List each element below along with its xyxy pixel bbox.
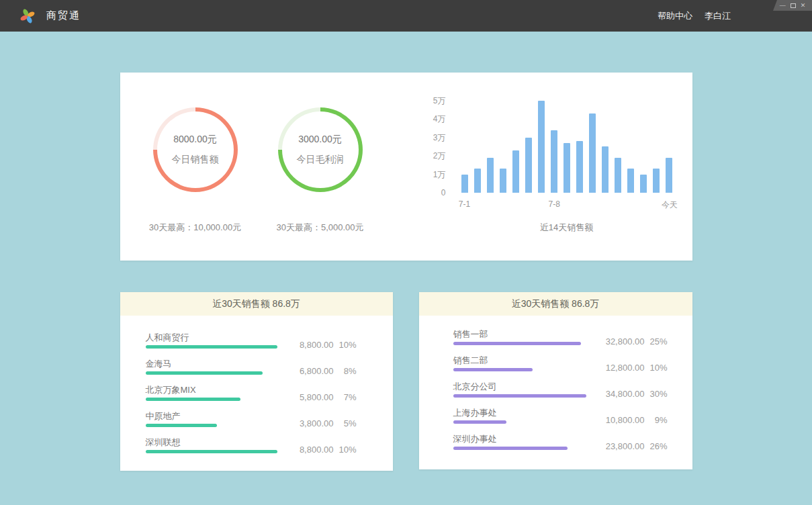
bar-chart-plot: 01万2万3万4万5万 xyxy=(426,91,681,193)
dashboard: 8000.00元 今日销售额 30天最高：10,000.00元 3000.00元… xyxy=(0,73,812,471)
ranking-row: 深圳办事处23,800.0026% xyxy=(453,433,668,450)
ranking-row-values: 3,800.005% xyxy=(289,418,357,428)
app-logo-icon xyxy=(19,7,36,26)
ranking-row-bar-area xyxy=(146,424,283,427)
ranking-row: 上海办事处10,800.009% xyxy=(453,407,668,424)
daily-sales-bar xyxy=(500,169,506,193)
ranking-row-bar xyxy=(453,447,568,450)
ranking-row-bar-area xyxy=(146,371,283,375)
daily-sales-bar xyxy=(640,175,647,193)
x-tick-label: 7-1 xyxy=(459,199,470,209)
bar-chart-bars xyxy=(461,91,672,193)
ranking-row-name: 北京分公司 xyxy=(453,381,600,392)
ranking-row-bar xyxy=(146,450,278,453)
ranking-row-amount: 5,800.00 xyxy=(289,392,334,402)
ranking-row-bar xyxy=(453,342,582,345)
y-tick-label: 4万 xyxy=(433,114,446,124)
ranking-row-percent: 9% xyxy=(645,415,668,425)
ranking-row-percent: 30% xyxy=(645,389,668,399)
app-title: 商贸通 xyxy=(46,9,81,22)
help-center-link[interactable]: 帮助中心 xyxy=(658,10,692,22)
today-sales-value: 8000.00元 xyxy=(173,134,217,146)
department-sales-list: 销售一部32,800.0025%销售二部12,800.0010%北京分公司34,… xyxy=(419,316,692,450)
ranking-row: 人和商贸行8,800.0010% xyxy=(146,332,357,349)
ranking-row-name: 金海马 xyxy=(146,358,289,369)
ranking-row-amount: 10,800.00 xyxy=(600,415,645,425)
ranking-row-percent: 10% xyxy=(645,363,668,373)
ranking-row-values: 10,800.009% xyxy=(600,415,668,425)
department-sales-panel: 近30天销售额 86.8万 销售一部32,800.0025%销售二部12,800… xyxy=(419,292,692,469)
customer-sales-panel-title: 近30天销售额 86.8万 xyxy=(120,292,393,316)
x-tick-label: 今天 xyxy=(662,199,678,211)
titlebar: 商贸通 帮助中心 李白江 — ✕ xyxy=(0,0,812,32)
ranking-row-bar xyxy=(453,394,587,398)
ranking-row-values: 8,800.0010% xyxy=(289,340,357,350)
ranking-row-bar xyxy=(146,371,263,375)
daily-sales-bar xyxy=(589,113,596,193)
y-tick-label: 2万 xyxy=(433,151,446,160)
ranking-row-name: 销售二部 xyxy=(453,355,600,366)
ranking-row-bar-area xyxy=(146,398,283,401)
ranking-row-percent: 10% xyxy=(334,445,357,455)
daily-sales-bar xyxy=(538,101,545,193)
ranking-row-percent: 5% xyxy=(334,418,357,428)
ranking-row-name: 人和商贸行 xyxy=(146,332,289,343)
app-window: 商贸通 帮助中心 李白江 — ✕ 8000.00元 今日销售额 30天最高：10… xyxy=(0,0,812,505)
daily-sales-bar xyxy=(602,146,608,193)
daily-sales-bar xyxy=(512,150,519,193)
today-summary-card: 8000.00元 今日销售额 30天最高：10,000.00元 3000.00元… xyxy=(120,73,692,261)
ranking-row-amount: 23,800.00 xyxy=(600,441,645,451)
close-icon[interactable]: ✕ xyxy=(801,3,806,9)
ranking-row-bar-area xyxy=(146,450,283,453)
ranking-row-amount: 8,800.00 xyxy=(289,445,334,455)
ranking-row-bar xyxy=(146,345,278,349)
today-profit-30day-max: 30天最高：5,000.00元 xyxy=(236,222,405,234)
ranking-row-values: 12,800.0010% xyxy=(600,363,668,373)
ranking-row-amount: 12,800.00 xyxy=(600,363,645,373)
ranking-row-amount: 3,800.00 xyxy=(289,418,334,428)
ranking-row-values: 32,800.0025% xyxy=(600,336,668,347)
today-sales-donut-center: 8000.00元 今日销售额 xyxy=(153,107,238,192)
minimize-icon[interactable]: — xyxy=(780,3,786,9)
current-user-link[interactable]: 李白江 xyxy=(705,10,731,22)
bar-chart-x-axis: 7-17-8今天 xyxy=(461,199,672,209)
today-profit-donut-center: 3000.00元 今日毛利润 xyxy=(278,107,363,192)
customer-sales-list: 人和商贸行8,800.0010%金海马6,800.008%北京万象MIX5,80… xyxy=(120,316,393,453)
ranking-row-bar-area xyxy=(146,345,283,349)
daily-sales-bar xyxy=(627,169,634,193)
daily-sales-bar xyxy=(525,138,532,193)
daily-sales-bar-chart: 01万2万3万4万5万 7-17-8今天 近14天销售额 xyxy=(426,91,681,234)
ranking-row-amount: 6,800.00 xyxy=(289,366,334,376)
ranking-row: 中原地产3,800.005% xyxy=(146,410,357,427)
daily-sales-bar xyxy=(487,158,494,193)
today-profit-label: 今日毛利润 xyxy=(297,154,344,166)
ranking-row-name: 深圳办事处 xyxy=(453,433,600,445)
daily-sales-bar xyxy=(551,130,557,193)
ranking-row: 深圳联想8,800.0010% xyxy=(146,437,357,453)
ranking-row-bar-area xyxy=(453,420,591,424)
ranking-row: 销售一部32,800.0025% xyxy=(453,328,668,345)
ranking-row-values: 8,800.0010% xyxy=(289,445,357,455)
ranking-row-name: 深圳联想 xyxy=(146,437,289,448)
ranking-row-percent: 10% xyxy=(334,340,357,350)
ranking-row-bar xyxy=(453,420,507,424)
ranking-row-name: 中原地产 xyxy=(146,410,289,422)
maximize-icon[interactable] xyxy=(791,3,796,8)
ranking-row-name: 北京万象MIX xyxy=(146,384,289,396)
ranking-row-percent: 7% xyxy=(334,392,357,402)
ranking-row-bar xyxy=(146,424,218,427)
ranking-row-percent: 26% xyxy=(645,441,668,451)
ranking-row-values: 34,800.0030% xyxy=(600,389,668,399)
daily-sales-bar xyxy=(461,175,468,193)
ranking-row-values: 6,800.008% xyxy=(289,366,357,376)
ranking-row: 销售二部12,800.0010% xyxy=(453,355,668,371)
daily-sales-bar xyxy=(563,143,570,193)
ranking-row-amount: 8,800.00 xyxy=(289,340,334,350)
customer-sales-panel: 近30天销售额 86.8万 人和商贸行8,800.0010%金海马6,800.0… xyxy=(120,292,393,471)
ranking-row-bar-area xyxy=(453,447,591,450)
ranking-row-bar xyxy=(146,398,240,401)
daily-sales-bar xyxy=(653,169,660,193)
ranking-row-amount: 32,800.00 xyxy=(600,336,645,347)
x-tick-label: 7-8 xyxy=(549,199,560,209)
ranking-row: 北京万象MIX5,800.007% xyxy=(146,384,357,401)
